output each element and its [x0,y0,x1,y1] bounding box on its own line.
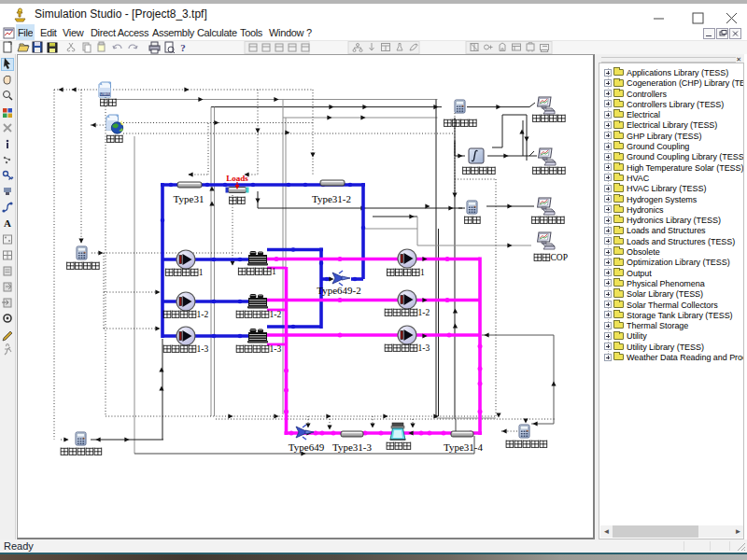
svg-text:A: A [4,217,11,229]
svg-text:1: 1 [199,268,204,277]
svg-text:Type649: Type649 [289,441,325,453]
svg-text:Type31-4: Type31-4 [444,441,483,453]
svg-text:Type649-2: Type649-2 [317,285,361,296]
svg-text:Type31: Type31 [174,193,204,204]
svg-text:1: 1 [272,267,276,276]
svg-text:1-3: 1-3 [270,344,282,354]
svg-text:1-3: 1-3 [418,343,430,353]
svg-text:1-2: 1-2 [270,310,282,319]
svg-text:1-2: 1-2 [418,308,430,317]
svg-text:1-3: 1-3 [197,344,209,354]
svg-text:Type31-3: Type31-3 [332,441,372,453]
svg-text:USER: USER [100,92,109,96]
svg-text:1-2: 1-2 [197,310,209,319]
svg-text:Type31-2: Type31-2 [312,193,351,204]
svg-text:Loads: Loads [226,174,248,183]
svg-text:COP: COP [551,253,568,262]
svg-text:?: ? [180,42,186,53]
svg-text:1: 1 [420,268,425,277]
